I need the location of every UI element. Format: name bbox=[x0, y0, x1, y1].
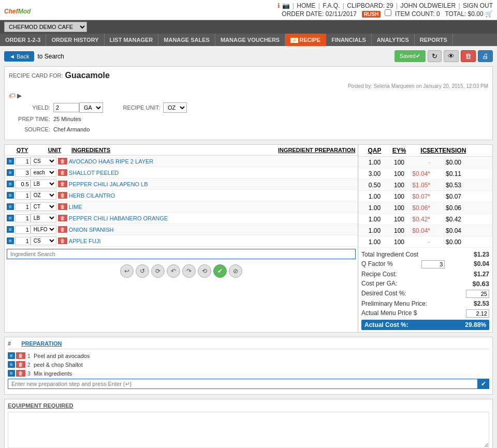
signout-link[interactable]: SIGN OUT bbox=[463, 2, 493, 9]
delete-row-8[interactable]: 🗑 bbox=[58, 237, 67, 244]
home-link[interactable]: HOME bbox=[297, 2, 315, 9]
delete-row-6[interactable]: 🗑 bbox=[58, 215, 67, 221]
ingredient-name-8: APPLE FUJI bbox=[69, 238, 101, 244]
yield-input[interactable] bbox=[53, 103, 79, 112]
q-factor-label: Q Factor % bbox=[361, 260, 393, 268]
redo-button[interactable]: ↺ bbox=[136, 264, 149, 278]
desired-cost-row: Desired Cost %: bbox=[361, 289, 489, 299]
qty-input-6[interactable] bbox=[15, 214, 31, 222]
row-list-icon-4[interactable]: ≡ bbox=[7, 192, 14, 199]
confirm-button[interactable]: ✔ bbox=[213, 264, 227, 278]
rush-checkbox[interactable] bbox=[385, 9, 391, 16]
nav-recipe[interactable]: ⚡RECIPE bbox=[285, 34, 326, 46]
recipe-title-input[interactable] bbox=[65, 71, 488, 80]
preparation-section: # PREPARATION ≡ 🗑 1 Peel and pit avocado… bbox=[4, 337, 493, 395]
prep-confirm-button[interactable]: ✔ bbox=[478, 379, 489, 389]
delete-row-1[interactable]: 🗑 bbox=[58, 158, 67, 165]
top-nav-links: ℹ 📷 | HOME | F.A.Q. | CLIPBOARD: 29 | JO… bbox=[277, 2, 493, 9]
undo-button[interactable]: ↩ bbox=[120, 264, 134, 278]
yield-unit-select[interactable]: GAOZLB bbox=[79, 102, 103, 113]
unit-select-7[interactable]: HLFON bbox=[31, 225, 56, 234]
qty-input-5[interactable] bbox=[15, 203, 31, 211]
row-list-icon-6[interactable]: ≡ bbox=[7, 215, 14, 221]
qap-val-1: 1.00 bbox=[360, 159, 389, 166]
unit-select-5[interactable]: CT bbox=[31, 202, 56, 211]
row-list-icon-7[interactable]: ≡ bbox=[7, 226, 14, 233]
delete-row-3[interactable]: 🗑 bbox=[58, 181, 67, 187]
desired-cost-input[interactable] bbox=[466, 290, 489, 298]
forward-button[interactable]: ↷ bbox=[182, 264, 196, 278]
unit-select-4[interactable]: OZ bbox=[31, 191, 56, 200]
ingredient-name-3: PEPPER CHILI JALAPENO LB bbox=[69, 181, 148, 187]
prep-del-1[interactable]: 🗑 bbox=[16, 352, 25, 359]
print-button[interactable]: 🖨 bbox=[478, 50, 493, 62]
nav-order-history[interactable]: ORDER HISTORY bbox=[46, 34, 104, 46]
loop-button[interactable]: ⟲ bbox=[198, 264, 211, 278]
nav-manage-sales[interactable]: MANAGE SALES bbox=[158, 34, 215, 46]
unit-select-1[interactable]: CS bbox=[31, 157, 56, 166]
prep-num-2: 2 bbox=[27, 362, 31, 368]
prep-new-step-input[interactable] bbox=[8, 379, 478, 389]
user-link[interactable]: JOHN OLDWEILER bbox=[400, 2, 456, 9]
nav-manage-vouchers[interactable]: MANAGE VOUCHERS bbox=[215, 34, 285, 46]
faq-link[interactable]: F.A.Q. bbox=[323, 2, 340, 9]
nav-financials[interactable]: FINANCIALS bbox=[326, 34, 372, 46]
rotate-button[interactable]: ⟳ bbox=[151, 264, 165, 278]
cancel-circle-button[interactable]: ⊘ bbox=[229, 264, 242, 278]
ey-val-2: 100 bbox=[389, 170, 410, 177]
qty-input-8[interactable] bbox=[15, 237, 31, 245]
prep-list-icon-3[interactable]: ≡ bbox=[8, 370, 15, 377]
delete-row-5[interactable]: 🗑 bbox=[58, 203, 67, 210]
qty-input-4[interactable] bbox=[15, 191, 31, 200]
refresh-button[interactable]: ↻ bbox=[428, 50, 442, 62]
equipment-textarea[interactable] bbox=[8, 412, 489, 448]
back-button2[interactable]: ↶ bbox=[167, 264, 180, 278]
row-list-icon-8[interactable]: ≡ bbox=[7, 237, 14, 244]
q-factor-input[interactable] bbox=[421, 260, 445, 268]
prep-del-3[interactable]: 🗑 bbox=[16, 370, 25, 377]
row-list-icon-1[interactable]: ≡ bbox=[7, 158, 14, 165]
qty-input-2[interactable] bbox=[15, 169, 31, 177]
prep-step-2: ≡ 🗑 2 peel & chop Shallot bbox=[8, 361, 489, 368]
prep-del-2[interactable]: 🗑 bbox=[16, 361, 25, 368]
actual-menu-label: Actual Menu Price $ bbox=[361, 309, 417, 318]
eye-button[interactable]: 👁 bbox=[444, 50, 459, 62]
ey-val-3: 100 bbox=[389, 182, 410, 189]
rush-badge: RUSH bbox=[362, 11, 381, 18]
saved-button[interactable]: Saved✔ bbox=[394, 50, 426, 62]
clipboard-link[interactable]: CLIPBOARD: 29 bbox=[347, 2, 393, 9]
nav-order123[interactable]: ORDER 1-2-3 bbox=[0, 34, 46, 46]
prep-list-icon-1[interactable]: ≡ bbox=[8, 352, 15, 359]
nav-analytics[interactable]: ANALYTICS bbox=[372, 34, 415, 46]
row-list-icon-3[interactable]: ≡ bbox=[7, 181, 14, 187]
delete-row-4[interactable]: 🗑 bbox=[58, 192, 67, 199]
delete-row-7[interactable]: 🗑 bbox=[58, 226, 67, 233]
unit-select-3[interactable]: LB bbox=[31, 180, 56, 188]
cost-per-ga-value: $0.63 bbox=[472, 280, 489, 288]
prep-list-icon-2[interactable]: ≡ bbox=[8, 361, 15, 368]
unit-select-6[interactable]: LB bbox=[31, 214, 56, 222]
qty-input-7[interactable] bbox=[15, 226, 31, 234]
nav-list-manager[interactable]: LIST MANAGER bbox=[105, 34, 159, 46]
ingredient-search-input[interactable] bbox=[7, 249, 356, 259]
ext-val-3: $0.53 bbox=[430, 182, 461, 189]
back-button[interactable]: Back bbox=[4, 51, 34, 62]
qap-val-6: 1.00 bbox=[360, 216, 389, 223]
delete-button[interactable]: 🗑 bbox=[461, 50, 476, 62]
recipe-unit-select[interactable]: OZGALB bbox=[163, 102, 187, 113]
row-list-icon-5[interactable]: ≡ bbox=[7, 203, 14, 210]
ext-val-1: $0.00 bbox=[430, 159, 461, 166]
delete-row-2[interactable]: 🗑 bbox=[58, 169, 67, 176]
nav-reports[interactable]: REPORTS bbox=[415, 34, 453, 46]
qty-input-1[interactable] bbox=[15, 157, 31, 166]
recipe-title-row: RECIPE CARD FOR: bbox=[9, 71, 488, 80]
qty-input-3[interactable] bbox=[15, 180, 31, 188]
ingredient-name-7: ONION SPANISH bbox=[69, 227, 114, 233]
unit-select-8[interactable]: CS bbox=[31, 236, 56, 245]
tag-expand[interactable]: ▶ bbox=[17, 92, 22, 99]
store-select[interactable]: CHEFMOD DEMO CAFE bbox=[4, 22, 87, 32]
unit-select-2[interactable]: each bbox=[31, 168, 56, 177]
row-list-icon-2[interactable]: ≡ bbox=[7, 169, 14, 176]
actual-menu-input[interactable] bbox=[466, 309, 489, 318]
prep-step-3: ≡ 🗑 3 Mix ingredients bbox=[8, 370, 489, 377]
